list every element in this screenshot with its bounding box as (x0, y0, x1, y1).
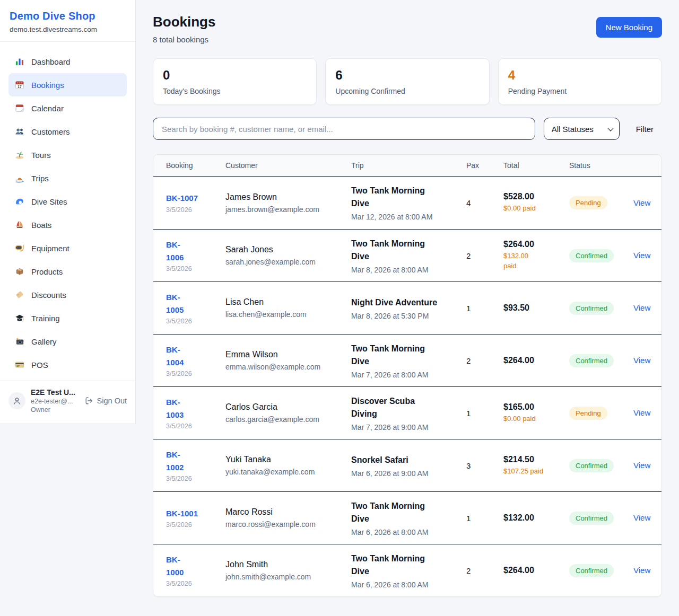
view-link[interactable]: View (633, 408, 650, 417)
booking-link[interactable]: BK-1001 (166, 507, 198, 520)
booking-link[interactable]: BK- 1003 (166, 396, 184, 421)
sidebar-item-dive-sites[interactable]: Dive Sites (8, 190, 127, 213)
customer-cell: Yuki Tanakayuki.tanaka@example.com (225, 455, 351, 476)
bar-chart-icon (15, 57, 24, 66)
filter-button[interactable]: Filter (636, 125, 654, 134)
table-row: BK- 10043/5/2026Emma Wilsonemma.wilson@e… (153, 334, 661, 386)
stat-value: 4 (508, 68, 652, 83)
pax-cell: 1 (466, 304, 503, 313)
calendar-date-icon: 17 (15, 80, 24, 90)
column-header-status: Status (569, 161, 633, 170)
sidebar-item-pos[interactable]: POS (8, 353, 127, 376)
status-badge: Confirmed (569, 459, 614, 472)
booking-link[interactable]: BK- 1006 (166, 239, 184, 263)
tag-icon (15, 290, 24, 300)
booking-link[interactable]: BK- 1004 (166, 344, 184, 368)
people-icon (15, 127, 24, 136)
sidebar-item-label: POS (31, 360, 48, 369)
sidebar-item-discounts[interactable]: Discounts (8, 283, 127, 306)
customer-email: john.smith@example.com (225, 573, 351, 581)
booking-cell: BK- 10053/5/2026 (166, 291, 225, 325)
customer-name: Yuki Tanaka (225, 455, 351, 464)
booking-date: 3/5/2026 (166, 318, 225, 325)
dive-mask-icon (15, 243, 24, 253)
status-badge: Pending (569, 407, 607, 420)
booking-link[interactable]: BK- 1000 (166, 553, 184, 578)
sidebar-item-trips[interactable]: Trips (8, 166, 127, 190)
status-cell: Confirmed (569, 249, 633, 262)
stat-card-today-s-bookings: 0Today's Bookings (153, 58, 317, 105)
trip-datetime: Mar 8, 2026 at 8:00 AM (351, 266, 466, 274)
status-cell: Pending (569, 196, 633, 209)
sign-out-button[interactable]: Sign Out (85, 397, 127, 405)
sidebar-item-boats[interactable]: Boats (8, 213, 127, 236)
status-filter-select[interactable]: All Statuses (544, 118, 620, 140)
sidebar-item-equipment[interactable]: Equipment (8, 236, 127, 260)
customer-name: Carlos Garcia (225, 402, 351, 412)
status-badge: Confirmed (569, 302, 614, 315)
sign-out-label: Sign Out (97, 397, 127, 405)
view-link[interactable]: View (633, 303, 650, 312)
sidebar-item-training[interactable]: Training (8, 306, 127, 330)
speedboat-icon (15, 173, 24, 183)
table-row: BK-10013/5/2026Marco Rossimarco.rossi@ex… (153, 491, 661, 544)
sidebar-item-products[interactable]: Products (8, 260, 127, 283)
trip-cell: Discover Scuba DivingMar 7, 2026 at 9:00… (351, 395, 466, 432)
view-link[interactable]: View (633, 513, 650, 522)
trip-datetime: Mar 6, 2026 at 8:00 AM (351, 580, 466, 589)
customer-cell: James Brownjames.brown@example.com (225, 192, 351, 214)
total-cell: $264.00$132.00 paid (503, 240, 569, 271)
search-input[interactable] (153, 118, 535, 140)
sidebar: Demo Dive Shop demo.test.divestreams.com… (0, 0, 136, 424)
trip-name: Two Tank Morning Dive (351, 552, 466, 578)
status-badge: Pending (569, 196, 607, 209)
sidebar-item-calendar[interactable]: Calendar (8, 96, 127, 120)
trip-datetime: Mar 12, 2026 at 8:00 AM (351, 213, 466, 221)
sidebar-item-label: Products (31, 267, 63, 276)
sidebar-item-tours[interactable]: Tours (8, 143, 127, 166)
sidebar-item-dashboard[interactable]: Dashboard (8, 50, 127, 73)
user-role: Owner (31, 406, 80, 413)
trip-cell: Two Tank Morning DiveMar 8, 2026 at 8:00… (351, 237, 466, 274)
view-link[interactable]: View (633, 198, 650, 207)
status-cell: Confirmed (569, 459, 633, 472)
view-link[interactable]: View (633, 356, 650, 365)
customer-name: Sarah Jones (225, 245, 351, 254)
column-header-customer: Customer (225, 161, 351, 170)
sidebar-item-label: Calendar (31, 104, 64, 113)
booking-date: 3/5/2026 (166, 521, 225, 529)
status-badge: Confirmed (569, 354, 614, 367)
booking-link[interactable]: BK- 1002 (166, 448, 184, 473)
customer-email: yuki.tanaka@example.com (225, 468, 351, 476)
sidebar-item-gallery[interactable]: Gallery (8, 330, 127, 353)
sidebar-item-bookings[interactable]: 17Bookings (8, 73, 127, 96)
page-header: Bookings 8 total bookings New Booking (153, 14, 662, 44)
view-link[interactable]: View (633, 461, 650, 470)
total-cell: $165.00$0.00 paid (503, 402, 569, 424)
stats-row: 0Today's Bookings6Upcoming Confirmed4Pen… (153, 58, 662, 105)
sidebar-item-label: Bookings (31, 81, 64, 90)
stat-value: 0 (163, 68, 307, 83)
total-cell: $264.00 (503, 356, 569, 365)
sidebar-item-label: Trips (31, 174, 49, 183)
customer-cell: Emma Wilsonemma.wilson@example.com (225, 350, 351, 371)
customer-cell: Lisa Chenlisa.chen@example.com (225, 297, 351, 319)
column-header-trip: Trip (351, 161, 466, 170)
view-link[interactable]: View (633, 251, 650, 260)
table-row: BK- 10053/5/2026Lisa Chenlisa.chen@examp… (153, 281, 661, 334)
status-cell: Confirmed (569, 354, 633, 367)
view-link[interactable]: View (633, 566, 650, 575)
new-booking-button[interactable]: New Booking (596, 17, 662, 38)
total-amount: $264.00 (503, 566, 569, 575)
booking-link[interactable]: BK-1007 (166, 192, 198, 204)
customer-email: emma.wilson@example.com (225, 363, 351, 371)
booking-link[interactable]: BK- 1005 (166, 291, 184, 316)
avatar (8, 392, 25, 409)
customer-cell: John Smithjohn.smith@example.com (225, 560, 351, 581)
sidebar-item-customers[interactable]: Customers (8, 120, 127, 143)
booking-cell: BK- 10063/5/2026 (166, 239, 225, 272)
sidebar-item-label: Dive Sites (31, 197, 67, 206)
sidebar-item-label: Gallery (31, 337, 57, 346)
status-badge: Confirmed (569, 564, 614, 577)
sidebar-item-label: Training (31, 314, 60, 323)
